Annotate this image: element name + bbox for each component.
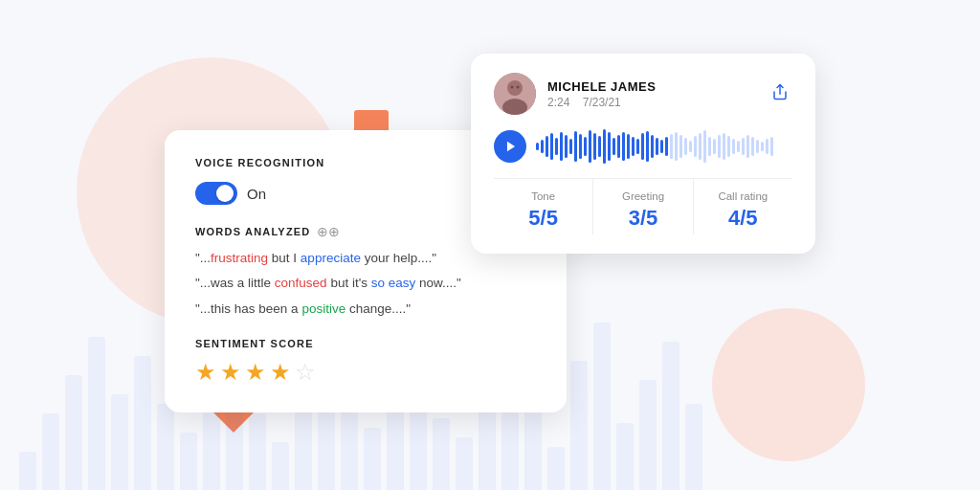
audio-time: 2:24 — [547, 96, 569, 109]
quote2-mid: but it's — [327, 276, 371, 290]
waveform-bar — [699, 133, 702, 160]
bg-bar — [456, 437, 473, 490]
metric-greeting: Greeting 3/5 — [593, 179, 693, 234]
waveform-bar — [723, 133, 725, 160]
star-1: ★ — [195, 359, 216, 386]
waveform-bar — [766, 139, 768, 154]
waveform-bar — [617, 135, 620, 158]
waveform-bar — [608, 132, 611, 161]
play-button[interactable] — [494, 130, 526, 163]
waveform-bar — [546, 136, 548, 157]
waveform-bar — [589, 130, 591, 163]
sentiment-title: SENTIMENT SCORE — [195, 338, 536, 349]
waveform-bar — [593, 133, 596, 160]
waveform-bar — [574, 131, 577, 162]
audio-date: 7/23/21 — [583, 96, 621, 109]
audio-name: MICHELE JAMES — [547, 79, 756, 94]
waveform-bar — [555, 138, 558, 155]
waveform-bar — [622, 132, 625, 161]
waveform-bar — [727, 136, 730, 157]
quote2-open: "...was a little — [195, 276, 275, 290]
svg-marker-6 — [507, 142, 515, 152]
cards-container: VOICE RECOGNITION On WORDS ANALYZED ⊕⊕ "… — [165, 54, 815, 436]
waveform-bar — [679, 135, 682, 158]
waveform-bar — [660, 140, 663, 153]
quote3-word1: positive — [301, 301, 345, 316]
metric-call-rating: Call rating 4/5 — [694, 179, 792, 234]
waveform-bar — [689, 141, 692, 152]
waveform-bar — [565, 135, 568, 158]
waveform-bar — [761, 142, 764, 151]
waveform-bar — [646, 131, 649, 162]
waveform-bar — [560, 132, 563, 161]
bg-bar — [65, 375, 82, 490]
quote1-close: your help...." — [361, 251, 436, 265]
svg-point-4 — [517, 86, 520, 89]
waveform-bar — [584, 137, 587, 156]
voice-toggle[interactable] — [195, 182, 237, 205]
bg-bar — [180, 433, 197, 490]
bg-bar — [272, 442, 289, 490]
bg-bar — [547, 447, 565, 490]
call-rating-label: Call rating — [702, 190, 785, 202]
svg-point-3 — [511, 86, 514, 89]
svg-point-1 — [507, 80, 523, 96]
waveform-bar — [737, 141, 740, 152]
star-4: ★ — [270, 359, 291, 386]
sentiment-section: SENTIMENT SCORE ★ ★ ★ ★ ☆ — [195, 338, 536, 386]
waveform-bar — [541, 140, 544, 153]
share-button[interactable] — [768, 79, 792, 109]
quote-line-2: "...was a little confused but it's so ea… — [195, 274, 536, 293]
waveform-bar — [670, 134, 673, 159]
quote2-close: now...." — [415, 276, 461, 290]
bg-bar — [134, 356, 151, 490]
quote2-word1: confused — [275, 276, 327, 290]
bg-bar — [88, 337, 105, 490]
waveform-bar — [598, 136, 601, 157]
quote3-open: "...this has been a — [195, 301, 301, 316]
avatar — [494, 73, 536, 115]
waveform-bar — [756, 140, 759, 153]
waveform-bar — [675, 132, 678, 161]
waveform-bar — [579, 134, 582, 159]
waveform-bar — [632, 137, 635, 156]
greeting-label: Greeting — [601, 190, 684, 202]
bg-bar — [19, 452, 36, 490]
waveform-bar — [684, 138, 687, 155]
waveform-bar — [656, 138, 658, 155]
waveform-bar — [536, 143, 539, 150]
metrics-row: Tone 5/5 Greeting 3/5 Call rating 4/5 — [494, 178, 792, 234]
waveform-bar — [732, 139, 735, 154]
waveform-bar — [703, 130, 706, 163]
star-2: ★ — [220, 359, 241, 386]
audio-player-card: MICHELE JAMES 2:24 7/23/21 — [471, 54, 815, 254]
waveform-bar — [665, 137, 668, 156]
quote1-open: "... — [195, 251, 211, 265]
bg-bar — [42, 413, 59, 490]
waveform-bar — [651, 135, 654, 158]
audio-info: MICHELE JAMES 2:24 7/23/21 — [547, 79, 756, 109]
quote1-word2: appreciate — [301, 251, 361, 265]
waveform — [536, 130, 792, 163]
waveform-bar — [713, 139, 716, 154]
greeting-value: 3/5 — [601, 206, 684, 231]
words-icon: ⊕⊕ — [317, 224, 340, 239]
waveform-bar — [694, 136, 697, 157]
waveform-bar — [550, 133, 553, 160]
waveform-bar — [627, 134, 630, 159]
waveform-bar — [569, 139, 572, 154]
waveform-row — [494, 130, 792, 163]
waveform-bar — [636, 139, 639, 154]
quote-line-3: "...this has been a positive change...." — [195, 300, 536, 319]
waveform-bar — [751, 137, 754, 156]
audio-meta: 2:24 7/23/21 — [547, 96, 756, 109]
quote1-mid: but I — [268, 251, 301, 265]
words-analyzed-title: WORDS ANALYZED — [195, 226, 311, 237]
waveform-bar — [746, 135, 749, 158]
waveform-bar — [770, 137, 773, 156]
call-rating-value: 4/5 — [702, 206, 785, 231]
star-5-empty: ☆ — [295, 359, 316, 386]
bg-bar — [364, 428, 381, 490]
waveform-bar — [708, 137, 711, 156]
tone-label: Tone — [501, 190, 585, 202]
